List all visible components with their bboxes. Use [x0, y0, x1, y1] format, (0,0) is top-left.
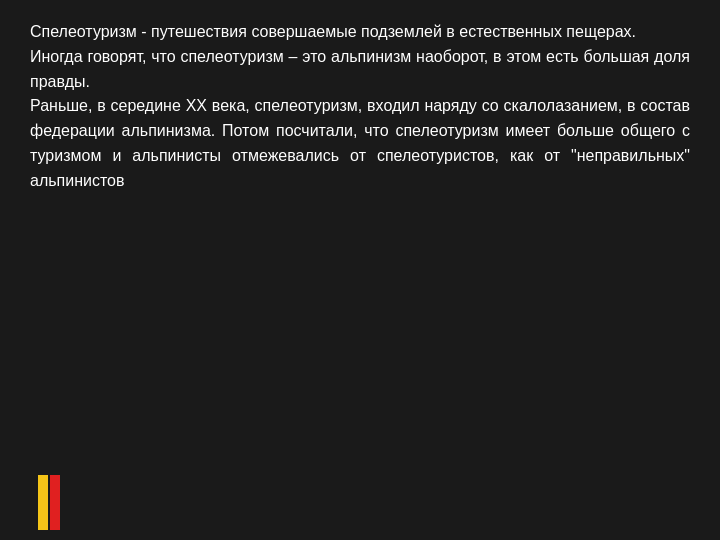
slide: Спелеотуризм - путешествия совершаемые п… — [0, 0, 720, 540]
main-paragraph: Спелеотуризм - путешествия совершаемые п… — [30, 20, 690, 194]
accent-red-block — [50, 475, 60, 530]
accent-yellow-block — [38, 475, 48, 530]
content-area: Спелеотуризм - путешествия совершаемые п… — [0, 0, 720, 540]
